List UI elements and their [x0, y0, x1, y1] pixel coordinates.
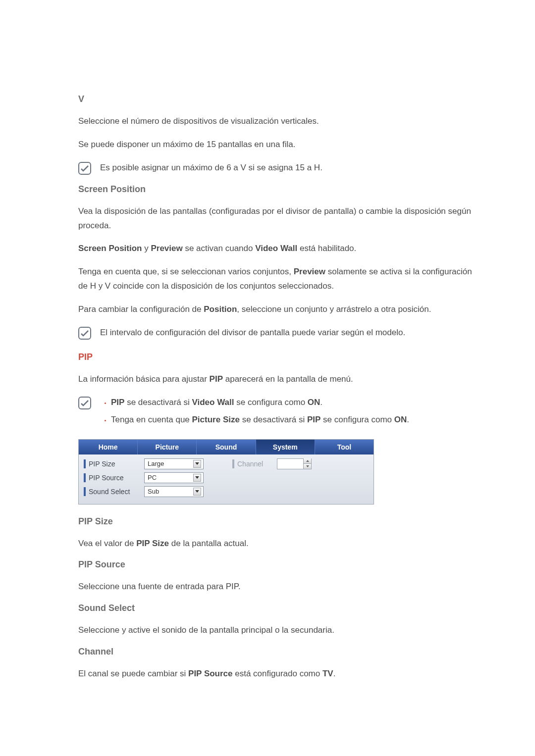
- heading-v: V: [78, 94, 481, 104]
- chevron-down-icon: [193, 460, 201, 468]
- label-pip-size: PIP Size: [89, 460, 144, 468]
- text-pip-source: Seleccione una fuente de entrada para PI…: [78, 580, 481, 594]
- note-v-text: Es posible asignar un máximo de 6 a V si…: [100, 161, 481, 175]
- select-pip-size-value: Large: [148, 460, 164, 467]
- text-channel: El canal se puede cambiar si PIP Source …: [78, 667, 481, 681]
- heading-pip-source: PIP Source: [78, 559, 481, 570]
- heading-screen-position: Screen Position: [78, 184, 481, 195]
- text-sound-select: Seleccione y active el sonido de la pant…: [78, 623, 481, 638]
- select-pip-size[interactable]: Large: [144, 458, 204, 469]
- note-pip-li1: PIP se desactivará si Video Wall se conf…: [111, 396, 481, 410]
- svg-rect-2: [79, 397, 91, 409]
- tab-system[interactable]: System: [256, 440, 315, 454]
- tab-bar: Home Picture Sound System Tool: [79, 440, 374, 454]
- label-pip-source: PIP Source: [89, 474, 144, 482]
- row-marker-icon: [84, 459, 86, 468]
- svg-rect-0: [79, 162, 91, 174]
- note-pip-list: PIP se desactivará si Video Wall se conf…: [100, 396, 481, 430]
- tab-home[interactable]: Home: [79, 440, 138, 454]
- pip-settings-panel: Home Picture Sound System Tool PIP Size …: [78, 439, 374, 504]
- heading-sound-select: Sound Select: [78, 603, 481, 613]
- row-marker-icon: [232, 459, 234, 468]
- tab-picture[interactable]: Picture: [138, 440, 197, 454]
- chevron-down-icon: [193, 488, 201, 496]
- text-pip-size: Vea el valor de PIP Size de la pantalla …: [78, 537, 481, 551]
- note-icon: [78, 327, 91, 340]
- text-sp-p1: Vea la disposición de las pantallas (con…: [78, 204, 481, 233]
- select-sound-select[interactable]: Sub: [144, 486, 204, 497]
- text-sp-p2: Screen Position y Preview se activan cua…: [78, 242, 481, 256]
- chevron-down-icon: [193, 474, 201, 482]
- note-sp-text: El intervalo de configuración del diviso…: [100, 326, 481, 340]
- text-v-p1: Seleccione el número de dispositivos de …: [78, 114, 481, 129]
- heading-channel: Channel: [78, 647, 481, 657]
- spinner-channel[interactable]: [277, 458, 312, 469]
- heading-pip: PIP: [78, 352, 481, 362]
- label-sound-select: Sound Select: [89, 488, 144, 496]
- label-channel: Channel: [237, 460, 277, 468]
- tab-tool[interactable]: Tool: [315, 440, 374, 454]
- svg-rect-1: [79, 327, 91, 339]
- spinner-up-icon[interactable]: [303, 458, 311, 464]
- tab-sound[interactable]: Sound: [197, 440, 256, 454]
- text-sp-p4: Para cambiar la configuración de Positio…: [78, 302, 481, 317]
- select-pip-source[interactable]: PC: [144, 472, 204, 483]
- heading-pip-size: PIP Size: [78, 516, 481, 527]
- spinner-down-icon[interactable]: [303, 464, 311, 469]
- note-pip-li2: Tenga en cuenta que Picture Size se desa…: [111, 413, 481, 427]
- text-v-p2: Se puede disponer un máximo de 15 pantal…: [78, 138, 481, 152]
- row-marker-icon: [84, 487, 86, 496]
- text-pip-p1: La información básica para ajustar PIP a…: [78, 372, 481, 387]
- text-sp-p3: Tenga en cuenta que, si se seleccionan v…: [78, 265, 481, 294]
- row-marker-icon: [84, 473, 86, 482]
- note-icon: [78, 397, 91, 409]
- select-sound-select-value: Sub: [148, 488, 159, 495]
- note-icon: [78, 162, 91, 175]
- select-pip-source-value: PC: [148, 474, 157, 481]
